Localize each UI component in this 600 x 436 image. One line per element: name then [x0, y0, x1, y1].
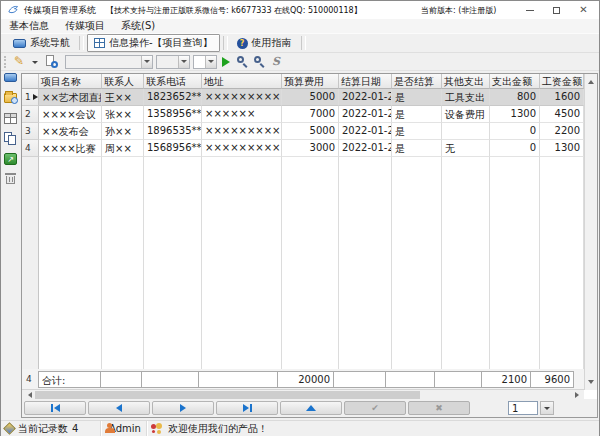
first-record-button[interactable]: [24, 401, 86, 415]
summary-label: 合计:: [38, 371, 101, 388]
chevron-down-icon[interactable]: [205, 56, 216, 68]
table-row[interactable]: 1 ××艺术团直播 王×× 1823652**** ×××××××××× 500…: [22, 89, 597, 106]
minimize-icon: [526, 10, 534, 11]
panel-icon: [13, 39, 26, 48]
record-count-panel: 当前记录数 4: [1, 421, 101, 436]
horizontal-scrollbar-thumb[interactable]: [35, 391, 420, 399]
column-header[interactable]: 结算日期: [339, 74, 392, 89]
horizontal-scrollbar[interactable]: [22, 389, 584, 399]
column-header[interactable]: 其他支出: [442, 74, 490, 89]
user-panel: Admin: [101, 421, 147, 436]
last-record-button[interactable]: [216, 401, 278, 415]
summary-budget-total: 20000: [277, 371, 334, 388]
edit-pencil-icon[interactable]: ✎: [14, 55, 24, 67]
version-text: 当前版本: (非注册版): [421, 5, 496, 16]
toolbar-separator: [223, 36, 228, 50]
info-operation-label: 信息操作-【项目查询】: [109, 36, 213, 50]
filter-toolbar: ✎ S: [1, 53, 599, 71]
export-icon[interactable]: ↗: [4, 152, 18, 165]
app-icon: [7, 4, 19, 16]
side-toolbar: ↗: [1, 71, 21, 418]
info-operation-button[interactable]: 信息操作-【项目查询】: [87, 34, 220, 52]
next-record-button[interactable]: [152, 401, 214, 415]
support-info-text: 【技术支持与注册正版联系微信号: k6677333 在线QQ: 51000011…: [106, 5, 362, 16]
toolbar-separator: [301, 36, 306, 50]
close-icon: ✕: [579, 5, 587, 15]
close-button[interactable]: ✕: [570, 1, 597, 19]
main-toolbar: 系统导航 信息操作-【项目查询】 ? 使用指南: [1, 33, 599, 53]
menu-bar: 基本信息 传媒项目 系统(S): [1, 19, 599, 33]
user-guide-button[interactable]: ? 使用指南: [231, 34, 298, 52]
scroll-up-icon[interactable]: [585, 74, 597, 87]
window-title: 传媒项目管理系统: [24, 4, 96, 17]
column-header[interactable]: 联系电话: [144, 74, 202, 89]
copy-icon[interactable]: [4, 132, 18, 145]
grid-icon: [94, 38, 105, 48]
menu-basic-info[interactable]: 基本信息: [1, 19, 57, 33]
scroll-left-icon[interactable]: [22, 391, 34, 399]
table-view-icon[interactable]: [4, 112, 18, 125]
panel-view-icon[interactable]: [4, 73, 18, 86]
cancel-edit-button[interactable]: ✖: [408, 401, 470, 415]
welcome-message: 欢迎使用我们的产品！: [168, 422, 268, 436]
data-grid: 项目名称 联系人 联系电话 地址 预算费用 结算日期 是否结算 其他支出 支出金…: [21, 73, 598, 418]
column-header[interactable]: 工资金额: [540, 74, 584, 89]
folder-search-icon[interactable]: [4, 91, 18, 104]
page-number-input[interactable]: 1: [508, 401, 538, 415]
table-row[interactable]: 3 ××发布会 孙×× 1896535**** ×××××××××× 5000 …: [22, 123, 597, 140]
system-nav-button[interactable]: 系统导航: [7, 34, 76, 52]
help-icon: ?: [237, 38, 248, 49]
chevron-down-icon[interactable]: [178, 56, 189, 68]
prior-record-button[interactable]: [88, 401, 150, 415]
summary-row: 4 合计: 20000 2100 9600: [22, 369, 597, 389]
welcome-panel: 欢迎使用我们的产品！: [147, 421, 276, 436]
maximize-button[interactable]: [543, 1, 570, 19]
find-document-icon[interactable]: [45, 55, 58, 68]
search-all-icon[interactable]: [254, 56, 266, 68]
operator-combobox[interactable]: [156, 55, 190, 69]
grid-header-row: 项目名称 联系人 联系电话 地址 预算费用 结算日期 是否结算 其他支出 支出金…: [22, 74, 597, 89]
record-count-value: 4: [72, 423, 78, 434]
indicator-header-cell: [22, 74, 39, 89]
column-header[interactable]: 地址: [202, 74, 282, 89]
pencil-dropdown-icon[interactable]: [32, 61, 38, 67]
summary-indicator: 4: [22, 374, 39, 384]
column-header[interactable]: 联系人: [102, 74, 144, 89]
post-edit-button[interactable]: ✔: [344, 401, 406, 415]
app-window: 传媒项目管理系统 【技术支持与注册正版联系微信号: k6677333 在线QQ:…: [0, 0, 600, 436]
toolbar-gripper: [4, 56, 7, 68]
scroll-right-icon[interactable]: [572, 391, 584, 399]
summary-salary-total: 9600: [530, 371, 574, 388]
search-input[interactable]: [193, 55, 217, 69]
record-count-icon: [3, 422, 16, 435]
scroll-down-icon[interactable]: [585, 377, 597, 390]
search-icon[interactable]: [237, 56, 249, 68]
page-dropdown-button[interactable]: [540, 401, 554, 415]
title-bar: 传媒项目管理系统 【技术支持与注册正版联系微信号: k6677333 在线QQ:…: [1, 1, 599, 19]
chevron-down-icon[interactable]: [141, 56, 152, 68]
table-row[interactable]: 2 ××××会议 张×× 1358956**** ×××××× 7000 202…: [22, 106, 597, 123]
column-header[interactable]: 支出金额: [490, 74, 540, 89]
run-query-icon[interactable]: [222, 57, 235, 67]
record-count-label: 当前记录数: [18, 422, 68, 436]
record-navigator: ✔ ✖ 1: [22, 399, 597, 417]
sql-icon[interactable]: S: [272, 55, 280, 68]
user-guide-label: 使用指南: [252, 36, 292, 50]
column-header[interactable]: 是否结算: [392, 74, 442, 89]
people-icon: [151, 423, 164, 434]
vertical-scrollbar[interactable]: [584, 74, 597, 390]
column-header[interactable]: 项目名称: [39, 74, 102, 89]
menu-system[interactable]: 系统(S): [113, 19, 163, 33]
status-bar: 当前记录数 4 Admin 欢迎使用我们的产品！: [1, 420, 599, 436]
column-header[interactable]: 预算费用: [282, 74, 339, 89]
grid-empty-area: [22, 157, 597, 369]
summary-expense-total: 2100: [481, 371, 531, 388]
edit-record-button[interactable]: [280, 401, 342, 415]
minimize-button[interactable]: [516, 1, 543, 19]
delete-icon[interactable]: [4, 172, 18, 185]
menu-media-project[interactable]: 传媒项目: [57, 19, 113, 33]
field-combobox[interactable]: [65, 55, 153, 69]
toolbar-separator: [79, 36, 84, 50]
system-nav-label: 系统导航: [30, 36, 70, 50]
table-row[interactable]: 4 ××××比赛 周×× 1568956**** ×××××××××× 3000…: [22, 140, 597, 157]
